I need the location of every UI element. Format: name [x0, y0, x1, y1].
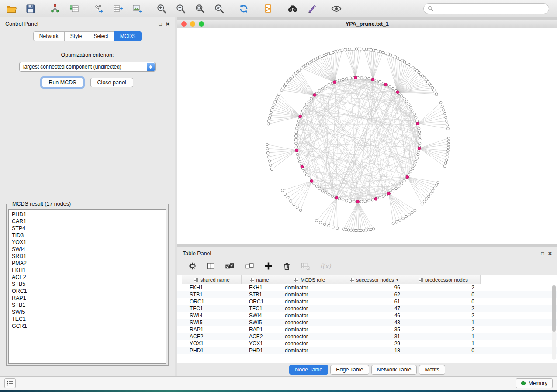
search-field[interactable] — [423, 3, 549, 14]
import-network-from-file-icon[interactable] — [49, 3, 61, 15]
mcds-result-item[interactable]: TEC1 — [9, 316, 166, 323]
mcds-result-item[interactable]: TID3 — [9, 232, 166, 239]
tab-network[interactable]: Network — [33, 31, 65, 41]
control-panel-title: Control Panel — [5, 21, 38, 27]
function-builder-icon: f(x) — [320, 262, 331, 270]
zoom-fit-icon[interactable] — [194, 3, 206, 15]
traffic-light-close[interactable] — [181, 21, 187, 27]
cell-shared-name: SWI5 — [182, 320, 242, 326]
mcds-result-item[interactable]: SWI5 — [9, 309, 166, 316]
horizontal-splitter[interactable] — [177, 244, 557, 247]
table-row[interactable]: STB1STB1dominator620 — [177, 291, 557, 298]
traffic-light-zoom[interactable] — [199, 21, 204, 27]
main-area: Control Panel □ × NetworkStyleSelectMCDS… — [0, 17, 557, 376]
close-icon[interactable]: × — [166, 21, 170, 27]
optimization-criterion-dropdown[interactable]: largest connected component (undirected) — [19, 62, 156, 72]
cell-predecessor-nodes: 1 — [406, 320, 481, 326]
table-row[interactable]: ACE2ACE2connector311 — [177, 333, 557, 340]
mcds-result-item[interactable]: YOX1 — [9, 239, 166, 246]
column-header-successor-nodes[interactable]: successor nodes▾ — [342, 275, 406, 284]
column-header-label: successor nodes — [356, 277, 394, 282]
import-table-from-file-icon[interactable] — [68, 3, 80, 15]
eye-icon[interactable] — [330, 3, 343, 15]
find-icon[interactable] — [287, 3, 299, 15]
float-icon[interactable]: □ — [159, 21, 162, 27]
cell-successor-nodes: 29 — [342, 340, 406, 347]
table-row[interactable]: SWI4SWI4dominator462 — [177, 312, 557, 319]
mcds-result-item[interactable]: ACE2 — [9, 274, 166, 281]
zoom-in-icon[interactable] — [156, 3, 168, 15]
column-header-predecessor-nodes[interactable]: predecessor nodes — [406, 275, 481, 284]
cell-shared-name: TEC1 — [182, 306, 242, 312]
share-network-document-icon[interactable] — [262, 3, 274, 15]
mcds-result-item[interactable]: STP4 — [9, 225, 166, 232]
network-canvas[interactable] — [177, 28, 557, 244]
export-table-icon[interactable] — [112, 3, 124, 15]
run-mcds-button[interactable]: Run MCDS — [42, 78, 83, 87]
task-history-button[interactable] — [4, 378, 16, 388]
tab-select[interactable]: Select — [88, 31, 114, 41]
memory-button[interactable]: Memory — [516, 378, 553, 388]
table-panel-title: Table Panel — [183, 251, 211, 257]
mcds-result-item[interactable]: PMA2 — [9, 260, 166, 267]
cell-predecessor-nodes: 0 — [406, 299, 481, 305]
table-scrollbar[interactable] — [552, 285, 556, 360]
tab-mcds[interactable]: MCDS — [114, 31, 142, 41]
cell-predecessor-nodes: 1 — [406, 340, 481, 347]
application-window: Control Panel □ × NetworkStyleSelectMCDS… — [0, 0, 557, 390]
style-brush-icon[interactable] — [306, 3, 318, 15]
table-row[interactable]: ORC1ORC1dominator610 — [177, 298, 557, 305]
table-row[interactable]: PHD1PHD1dominator180 — [177, 347, 557, 354]
add-entry-icon[interactable] — [264, 261, 273, 271]
tab-edge-table[interactable]: Edge Table — [330, 365, 369, 375]
mcds-result-item[interactable]: PHD1 — [9, 211, 166, 218]
scrollbar-thumb[interactable] — [552, 285, 556, 332]
float-icon[interactable]: □ — [541, 251, 544, 256]
table-row[interactable]: FKH1FKH1dominator962 — [177, 284, 557, 291]
tab-style[interactable]: Style — [64, 31, 88, 41]
deselect-all-icon[interactable] — [244, 261, 255, 271]
column-header-shared-name[interactable]: shared name — [182, 275, 242, 284]
traffic-light-minimize[interactable] — [190, 21, 195, 27]
column-header-mcds-role[interactable]: MCDS role — [277, 275, 342, 284]
cell-name: ACE2 — [242, 334, 277, 340]
zoom-selected-icon[interactable] — [213, 3, 225, 15]
tab-network-table[interactable]: Network Table — [371, 365, 417, 375]
mcds-result-item[interactable]: SWI4 — [9, 246, 166, 253]
tab-node-table[interactable]: Node Table — [289, 365, 328, 375]
cell-predecessor-nodes: 1 — [406, 334, 481, 340]
export-network-icon[interactable] — [93, 3, 105, 15]
mcds-result-item[interactable]: FKH1 — [9, 267, 166, 274]
column-grid-icon — [194, 278, 198, 282]
close-icon[interactable]: × — [548, 251, 552, 257]
table-options-gear-icon[interactable] — [188, 261, 197, 271]
search-input[interactable] — [436, 5, 545, 12]
export-image-icon[interactable] — [131, 3, 143, 15]
search-icon — [428, 6, 433, 11]
column-header-name[interactable]: name — [242, 275, 277, 284]
close-panel-button[interactable]: Close panel — [90, 78, 133, 87]
mcds-result-item[interactable]: GCR1 — [9, 323, 166, 330]
open-file-icon[interactable] — [5, 3, 17, 15]
show-columns-icon[interactable] — [206, 261, 215, 271]
mcds-result-item[interactable]: CAR1 — [9, 218, 166, 225]
table-row[interactable]: YOX1YOX1connector291 — [177, 340, 557, 347]
table-row[interactable]: RAP1RAP1dominator352 — [177, 326, 557, 333]
tab-motifs[interactable]: Motifs — [419, 365, 445, 375]
cell-successor-nodes: 61 — [342, 299, 406, 305]
save-session-icon[interactable] — [24, 3, 37, 15]
table-row[interactable]: SWI5SWI5connector431 — [177, 319, 557, 326]
mcds-result-item[interactable]: STB5 — [9, 281, 166, 288]
select-all-icon[interactable] — [225, 261, 235, 271]
refresh-view-icon[interactable] — [238, 3, 250, 15]
delete-entry-icon[interactable] — [282, 261, 291, 271]
mcds-result-item[interactable]: ORC1 — [9, 288, 166, 295]
zoom-out-icon[interactable] — [175, 3, 187, 15]
mcds-result-item[interactable]: RAP1 — [9, 295, 166, 302]
network-window-titlebar[interactable]: YPA_prune.txt_1 — [177, 20, 557, 28]
dropdown-stepper-icon[interactable] — [147, 63, 155, 71]
table-row[interactable]: TEC1TEC1connector472 — [177, 305, 557, 312]
mcds-result-item[interactable]: SRD1 — [9, 253, 166, 260]
mcds-result-item[interactable]: STB1 — [9, 302, 166, 309]
mcds-result-list[interactable]: PHD1CAR1STP4TID3YOX1SWI4SRD1PMA2FKH1ACE2… — [8, 209, 166, 364]
